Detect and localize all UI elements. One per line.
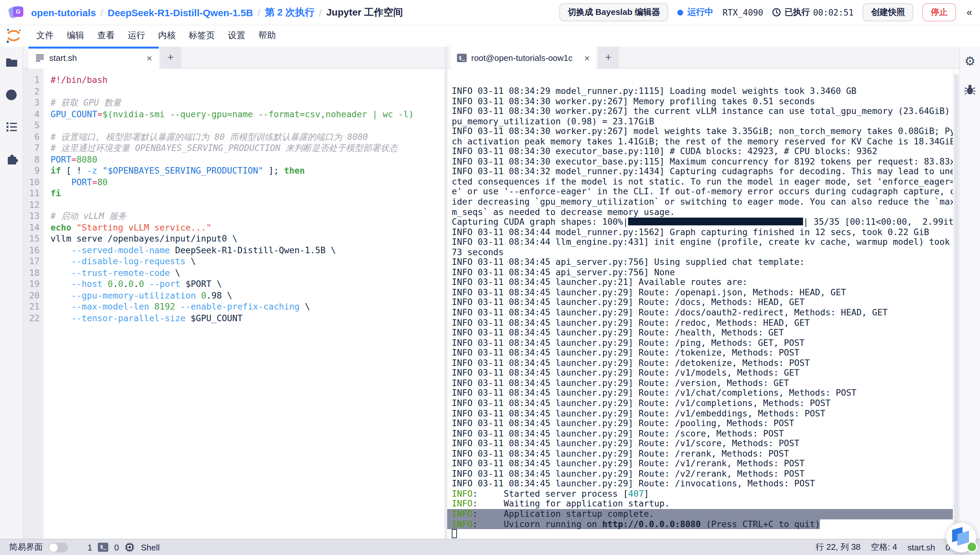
right-toolbar: ⚙ [959,47,980,539]
terminal-line: INFO 03-11 08:34:45 launcher.py:29] Rout… [452,368,959,378]
terminal-icon[interactable]: $_ [98,543,108,552]
extensions-puzzle-icon[interactable] [5,153,18,166]
terminal-line: INFO 03-11 08:34:45 launcher.py:29] Rout… [452,428,959,438]
breadcrumb-item[interactable]: open-tutorials [31,7,96,18]
terminal-line: INFO 03-11 08:34:45 api_server.py:756] U… [452,257,959,268]
new-tab-button[interactable]: + [160,47,182,69]
terminal-line: cted consequences if the model is not st… [452,177,959,187]
terminal-line: INFO 03-11 08:34:45 launcher.py:29] Rout… [452,308,959,318]
terminals-count: 1 [87,542,92,552]
running-dot-icon [677,10,684,15]
code-line: fi [51,188,445,199]
code-line: --max-model-len 8192 --enable-prefix-cac… [51,301,445,313]
terminal-scrollbar[interactable] [953,69,959,539]
code-editor[interactable]: 12345678910111213141516171819202122 #!/b… [23,69,445,539]
breadcrumb-item[interactable]: 第 2 次执行 [265,6,314,18]
elapsed-value: 00:02:51 [813,8,854,17]
code-line: PORT=8080 [51,154,445,165]
terminal-line: INFO 03-11 08:34:45 launcher.py:29] Rout… [452,328,959,338]
menu-item[interactable]: 帮助 [252,30,282,42]
settings-gear-icon[interactable]: ⚙ [964,55,977,67]
close-tab-icon[interactable]: × [584,53,590,63]
cursor-position-label[interactable]: 行 22, 列 38 [816,541,861,553]
hub-circle-icon[interactable] [5,88,18,101]
debug-bug-icon[interactable] [964,83,977,96]
menu-item[interactable]: 运行 [121,30,152,42]
simple-ui-toggle[interactable] [48,542,68,552]
terminal-line: INFO 03-11 08:34:30 worker.py:267] the c… [452,106,959,116]
running-sessions-icon[interactable] [5,120,18,133]
header: G open-tutorials/DeepSeek-R1-Distill-Qwe… [0,0,980,25]
create-snapshot-button[interactable]: 创建快照 [863,3,913,21]
editor-pane: start.sh × + 123456789101112131415161718… [23,47,445,539]
menu-item[interactable]: 内核 [152,30,182,42]
code-line [51,86,445,97]
terminal-tabbar: $_ root@open-tutorials-oow1c × + [447,47,959,69]
code-content[interactable]: #!/bin/bash # 获取 GPU 数量GPU_COUNT=$(nvidi… [43,69,445,539]
terminal-line: INFO 03-11 08:34:45 launcher.py:29] Rout… [452,318,959,328]
terminal-line: INFO 03-11 08:34:45 launcher.py:29] Rout… [452,449,959,459]
terminal-line: INFO 03-11 08:34:45 launcher.py:29] Rout… [452,479,959,489]
tab-terminal[interactable]: $_ root@open-tutorials-oow1c × [451,47,596,69]
terminal-icon: $_ [457,53,467,62]
tab-label: start.sh [49,53,140,63]
breadcrumb-separator: / [257,7,260,18]
menu-item[interactable]: 文件 [30,30,60,42]
menu-items: 文件编辑查看运行内核标签页设置帮助 [30,30,282,42]
terminal-pane: $_ root@open-tutorials-oow1c × + INFO 03… [447,47,959,539]
jupyter-logo-icon [5,27,22,44]
terminal-line: INFO 03-11 08:34:29 model_runner.py:1115… [452,86,959,96]
stop-button[interactable]: 停止 [922,3,956,21]
running-status: 运行中 [677,6,714,18]
terminal-output[interactable]: INFO 03-11 08:34:29 model_runner.py:1115… [447,69,959,539]
menu-item[interactable]: 查看 [91,30,121,42]
terminal-line: INFO: Started server process [407] [452,489,959,499]
active-file-label: start.sh [908,542,935,552]
code-line: PORT=80 [51,176,445,188]
line-number-gutter: 12345678910111213141516171819202122 [23,69,43,539]
breadcrumb-item[interactable]: DeepSeek-R1-Distill-Qwen-1.5B [108,7,253,18]
terminal-line: INFO 03-11 08:34:32 model_runner.py:1434… [452,167,959,177]
clock-icon [772,8,781,17]
terminal-line: INFO 03-11 08:34:30 worker.py:267] Memor… [452,96,959,106]
breadcrumb-item[interactable]: Jupyter 工作空间 [326,6,403,18]
terminal-line: INFO 03-11 08:34:45 launcher.py:29] Rout… [452,338,959,348]
running-status-label: 运行中 [687,6,714,18]
elapsed-label: 已执行 [785,6,810,18]
code-line: # 设置端口, 模型部署默认暴露的端口为 80 而模型训练默认暴露的端口为 80… [51,131,445,143]
new-tab-button[interactable]: + [598,47,619,69]
collapse-panel-icon[interactable]: « [966,6,972,18]
workspace: start.sh × + 123456789101112131415161718… [0,47,980,539]
tab-start-sh[interactable]: start.sh × [29,47,159,69]
menu-item[interactable]: 编辑 [60,30,91,42]
code-line: echo "Starting vLLM service..." [51,222,445,233]
breadcrumb-separator: / [100,7,103,18]
terminal-line: INFO 03-11 08:34:45 launcher.py:29] Rout… [452,459,959,468]
chat-widget-button[interactable] [946,523,976,552]
terminal-line: 73 seconds [452,247,959,257]
code-line: --gpu-memory-utilization 0.98 \ [51,290,445,301]
code-line: # 获取 GPU 数量 [51,97,445,109]
split-handle[interactable] [445,47,447,539]
indent-spaces-label[interactable]: 空格: 4 [871,541,897,553]
dock-panel: start.sh × + 123456789101112131415161718… [23,47,980,539]
code-line: --trust-remote-code \ [51,267,445,279]
breadcrumb-separator: / [319,7,322,18]
kernels-count: 0 [114,542,119,552]
terminal-line: INFO 03-11 08:34:45 launcher.py:29] Rout… [452,419,959,428]
code-line: # 启动 vLLM 服务 [51,210,445,222]
switch-editor-button[interactable]: 切换成 Bayeslab 编辑器 [559,3,669,21]
progress-bar [628,218,803,225]
close-tab-icon[interactable]: × [146,53,152,63]
menu-item[interactable]: 标签页 [182,30,221,42]
file-browser-icon[interactable] [5,56,18,69]
tab-label: root@open-tutorials-oow1c [471,53,578,63]
terminal-line: INFO 03-11 08:34:44 model_runner.py:1562… [452,227,959,237]
code-line [51,199,445,210]
kernel-chip-icon[interactable] [125,542,135,552]
code-line: --tensor-parallel-size $GPU_COUNT [51,313,445,324]
terminal-line: e' or use '--enforce-eager' in the CLI. … [452,187,959,197]
kernel-name-label[interactable]: Shell [141,542,160,552]
menu-item[interactable]: 设置 [221,30,252,42]
terminal-line: INFO 03-11 08:34:45 launcher.py:29] Rout… [452,469,959,479]
